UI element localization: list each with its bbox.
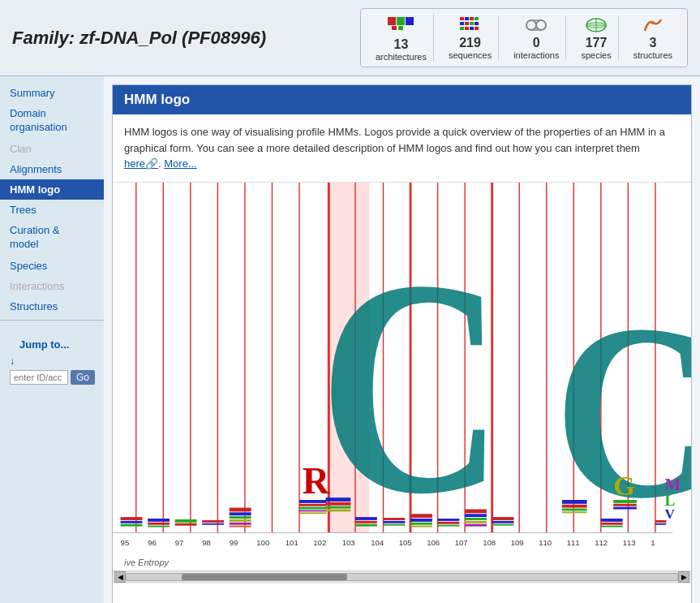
svg-rect-0 [388, 17, 396, 25]
svg-rect-111 [655, 523, 666, 524]
svg-text:98: 98 [202, 537, 211, 546]
x-axis-label-text: ive Entropy [124, 558, 169, 567]
svg-rect-79 [202, 523, 224, 524]
sidebar-item-domain-organisation[interactable]: Domainorganisation [0, 103, 104, 139]
family-name: zf-DNA_Pol [79, 28, 177, 48]
sidebar: Summary Domainorganisation Clan Alignmen… [0, 76, 104, 603]
stat-species[interactable]: 177 species [574, 16, 618, 60]
svg-rect-7 [470, 17, 474, 20]
jump-arrow-icon: ↓ [10, 355, 94, 367]
svg-rect-1 [397, 17, 405, 25]
struct-number: 3 [649, 36, 656, 50]
sidebar-item-alignments[interactable]: Alignments [0, 159, 104, 179]
svg-rect-110 [655, 519, 666, 522]
svg-rect-64 [613, 500, 637, 503]
struct-icon [642, 16, 664, 36]
svg-rect-12 [475, 22, 479, 25]
svg-text:106: 106 [427, 537, 440, 546]
seq-label: sequences [449, 50, 492, 60]
stat-interactions[interactable]: 0 interactions [507, 16, 566, 60]
svg-rect-97 [438, 521, 460, 523]
svg-text:1: 1 [651, 537, 655, 546]
svg-text:109: 109 [511, 537, 524, 546]
svg-rect-5 [460, 17, 464, 20]
svg-point-17 [526, 20, 536, 30]
svg-text:110: 110 [539, 537, 552, 546]
content-title: HMM logo [113, 85, 691, 114]
family-label: Family: [12, 28, 75, 48]
svg-point-25 [651, 21, 655, 24]
sidebar-item-species[interactable]: Species [0, 256, 104, 276]
svg-rect-11 [470, 22, 474, 25]
svg-rect-105 [492, 520, 514, 523]
jump-go-button[interactable]: Go [71, 370, 95, 385]
svg-rect-94 [410, 522, 432, 524]
stat-architectures[interactable]: 13 architectures [369, 14, 434, 62]
svg-rect-70 [121, 517, 143, 520]
sidebar-item-structures[interactable]: Structures [0, 296, 104, 317]
svg-rect-56 [326, 502, 351, 505]
svg-rect-65 [613, 503, 637, 506]
svg-rect-13 [460, 27, 464, 30]
svg-rect-99 [465, 509, 487, 513]
jump-label[interactable]: Jump to... [10, 330, 94, 354]
svg-rect-9 [460, 22, 464, 25]
stat-sequences[interactable]: 219 sequences [442, 16, 499, 60]
svg-point-18 [536, 20, 546, 30]
svg-text:V: V [664, 506, 675, 522]
svg-text:96: 96 [148, 537, 157, 546]
svg-rect-107 [601, 519, 623, 522]
svg-rect-55 [326, 497, 351, 502]
sidebar-item-trees[interactable]: Trees [0, 200, 104, 220]
jump-input[interactable] [10, 370, 68, 385]
svg-rect-74 [148, 522, 170, 524]
scroll-thumb[interactable] [182, 574, 347, 580]
svg-rect-95 [410, 525, 432, 527]
svg-rect-60 [562, 504, 587, 507]
svg-rect-72 [121, 523, 143, 526]
svg-text:G: G [613, 470, 635, 501]
svg-rect-90 [384, 520, 406, 523]
species-number: 177 [586, 36, 608, 50]
svg-rect-88 [355, 523, 377, 526]
svg-rect-3 [392, 26, 397, 30]
jump-input-row: Go [10, 370, 94, 385]
page-header: Family: zf-DNA_Pol (PF08996) 13 architec… [0, 0, 700, 76]
inter-icon [525, 16, 548, 36]
stat-structures[interactable]: 3 structures [627, 16, 679, 60]
here-link[interactable]: here🔗 [124, 157, 158, 170]
horizontal-scrollbar[interactable]: ◀ ▶ [113, 571, 691, 584]
sidebar-item-hmm-logo[interactable]: HMM logo [0, 179, 104, 200]
family-id: (PF08996) [182, 28, 266, 48]
arch-icon [388, 14, 414, 36]
svg-rect-100 [465, 514, 487, 517]
seq-number: 219 [459, 36, 481, 50]
svg-text:103: 103 [342, 537, 355, 546]
svg-rect-93 [410, 519, 432, 522]
svg-text:108: 108 [483, 537, 496, 546]
svg-rect-59 [562, 500, 587, 504]
svg-rect-98 [438, 524, 460, 526]
svg-rect-73 [148, 519, 170, 522]
svg-rect-76 [175, 519, 197, 522]
sidebar-item-summary[interactable]: Summary [0, 83, 104, 103]
scroll-right-button[interactable]: ▶ [678, 571, 689, 583]
description-body: HMM logos is one way of visualising prof… [124, 126, 665, 154]
svg-rect-84 [230, 522, 251, 524]
svg-text:113: 113 [623, 537, 636, 546]
scroll-left-button[interactable]: ◀ [114, 571, 126, 583]
svg-rect-81 [230, 512, 251, 515]
species-icon [585, 16, 608, 36]
svg-rect-101 [465, 518, 487, 520]
svg-rect-83 [230, 519, 251, 521]
inter-number: 0 [533, 36, 540, 50]
svg-text:99: 99 [230, 537, 238, 546]
hmm-logo-area: C C R [113, 183, 691, 584]
content-inner: HMM logo HMM logos is one way of visuali… [112, 84, 692, 603]
more-link[interactable]: More... [164, 157, 196, 170]
svg-text:104: 104 [371, 537, 384, 546]
scroll-track[interactable] [126, 573, 678, 581]
sidebar-item-curation-model[interactable]: Curation &model [0, 220, 104, 256]
svg-text:107: 107 [455, 537, 468, 546]
svg-rect-14 [465, 27, 469, 30]
